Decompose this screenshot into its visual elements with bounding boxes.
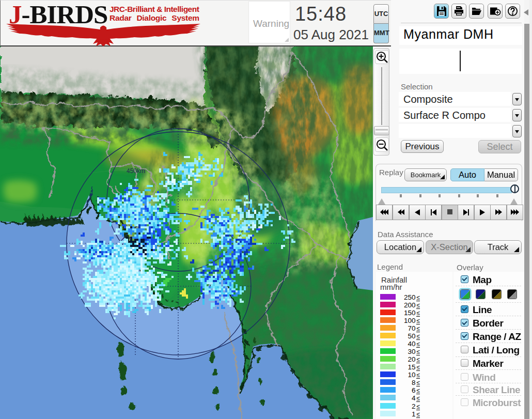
- svg-text:450km: 450km: [127, 167, 145, 175]
